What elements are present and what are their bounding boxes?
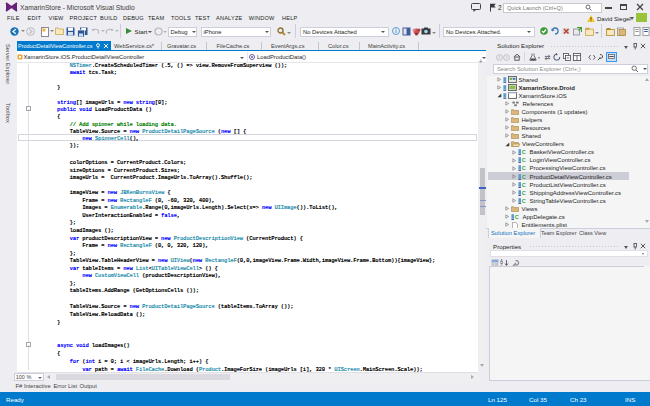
svg-text:C: C [522,182,526,188]
svg-text:C: C [515,214,519,220]
svg-text:C: C [522,150,526,156]
svg-text:C: C [522,198,526,204]
svg-text:C: C [522,174,526,180]
svg-text:C: C [522,166,526,172]
svg-text:C: C [522,158,526,164]
svg-text:C: C [522,190,526,196]
